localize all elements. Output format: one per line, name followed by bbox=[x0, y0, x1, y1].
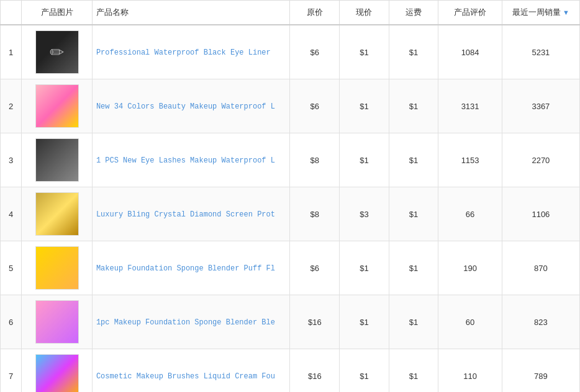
table-row: 61pc Makeup Foundation Sponge Blender Bl… bbox=[1, 295, 580, 349]
original-price: $8 bbox=[290, 133, 340, 187]
product-image bbox=[35, 300, 79, 344]
shipping-cost: $1 bbox=[389, 295, 438, 349]
product-image-cell bbox=[22, 133, 93, 187]
product-image bbox=[35, 30, 79, 74]
product-name-cell: Professional Waterproof Black Eye Liner bbox=[92, 25, 290, 79]
product-rating: 190 bbox=[438, 241, 502, 295]
product-rating: 60 bbox=[438, 295, 502, 349]
weekly-sales: 789 bbox=[502, 349, 579, 393]
original-price: $6 bbox=[290, 25, 340, 79]
shipping-cost: $1 bbox=[389, 241, 438, 295]
product-rating: 3131 bbox=[438, 79, 502, 133]
product-image-cell bbox=[22, 295, 93, 349]
product-name-link[interactable]: Makeup Foundation Sponge Blender Puff Fl bbox=[96, 264, 275, 273]
table-body: 1Professional Waterproof Black Eye Liner… bbox=[1, 25, 580, 392]
row-index: 2 bbox=[1, 79, 22, 133]
original-price: $6 bbox=[290, 79, 340, 133]
table-row: 7Cosmetic Makeup Brushes Liquid Cream Fo… bbox=[1, 349, 580, 393]
product-image bbox=[35, 354, 79, 392]
product-image-cell bbox=[22, 241, 93, 295]
product-image-cell bbox=[22, 79, 93, 133]
original-price: $6 bbox=[290, 241, 340, 295]
product-rating: 1153 bbox=[438, 133, 502, 187]
header-orig-price: 原价 bbox=[290, 1, 340, 25]
sort-arrow-icon[interactable]: ▼ bbox=[563, 9, 569, 16]
shipping-cost: $1 bbox=[389, 133, 438, 187]
product-image-cell bbox=[22, 349, 93, 393]
product-name-cell: Luxury Bling Crystal Diamond Screen Prot bbox=[92, 187, 290, 241]
weekly-sales: 2270 bbox=[502, 133, 579, 187]
current-price: $3 bbox=[340, 187, 389, 241]
product-image-cell bbox=[22, 187, 93, 241]
product-name-link[interactable]: Cosmetic Makeup Brushes Liquid Cream Fou bbox=[96, 372, 275, 381]
header-shipping: 运费 bbox=[389, 1, 438, 25]
current-price: $1 bbox=[340, 241, 389, 295]
current-price: $1 bbox=[340, 25, 389, 79]
weekly-sales: 870 bbox=[502, 241, 579, 295]
header-rating: 产品评价 bbox=[438, 1, 502, 25]
product-name-link[interactable]: 1pc Makeup Foundation Sponge Blender Ble bbox=[96, 318, 275, 327]
shipping-cost: $1 bbox=[389, 187, 438, 241]
header-index bbox=[1, 1, 22, 25]
shipping-cost: $1 bbox=[389, 79, 438, 133]
shipping-cost: $1 bbox=[389, 25, 438, 79]
current-price: $1 bbox=[340, 295, 389, 349]
row-index: 7 bbox=[1, 349, 22, 393]
product-name-link[interactable]: New 34 Colors Beauty Makeup Waterproof L bbox=[96, 102, 275, 111]
product-image bbox=[35, 84, 79, 128]
product-rating: 110 bbox=[438, 349, 502, 393]
table-row: 1Professional Waterproof Black Eye Liner… bbox=[1, 25, 580, 79]
header-sales: 最近一周销量▼ bbox=[502, 1, 579, 25]
product-name-cell: 1pc Makeup Foundation Sponge Blender Ble bbox=[92, 295, 290, 349]
current-price: $1 bbox=[340, 349, 389, 393]
original-price: $16 bbox=[290, 295, 340, 349]
row-index: 3 bbox=[1, 133, 22, 187]
weekly-sales: 823 bbox=[502, 295, 579, 349]
header-name: 产品名称 bbox=[92, 1, 290, 25]
product-name-cell: Makeup Foundation Sponge Blender Puff Fl bbox=[92, 241, 290, 295]
product-rating: 66 bbox=[438, 187, 502, 241]
product-image bbox=[35, 192, 79, 236]
row-index: 5 bbox=[1, 241, 22, 295]
product-image-cell bbox=[22, 25, 93, 79]
weekly-sales: 5231 bbox=[502, 25, 579, 79]
product-image bbox=[35, 246, 79, 290]
table-header-row: 产品图片 产品名称 原价 现价 运费 产品评价 最近一周销量▼ bbox=[1, 1, 580, 25]
row-index: 4 bbox=[1, 187, 22, 241]
product-table: 产品图片 产品名称 原价 现价 运费 产品评价 最近一周销量▼ 1Profess… bbox=[0, 0, 580, 392]
row-index: 6 bbox=[1, 295, 22, 349]
product-name-link[interactable]: Luxury Bling Crystal Diamond Screen Prot bbox=[96, 210, 275, 219]
table-row: 5Makeup Foundation Sponge Blender Puff F… bbox=[1, 241, 580, 295]
weekly-sales: 3367 bbox=[502, 79, 579, 133]
weekly-sales: 1106 bbox=[502, 187, 579, 241]
table-row: 31 PCS New Eye Lashes Makeup Waterproof … bbox=[1, 133, 580, 187]
current-price: $1 bbox=[340, 79, 389, 133]
row-index: 1 bbox=[1, 25, 22, 79]
product-name-cell: New 34 Colors Beauty Makeup Waterproof L bbox=[92, 79, 290, 133]
current-price: $1 bbox=[340, 133, 389, 187]
shipping-cost: $1 bbox=[389, 349, 438, 393]
product-name-cell: 1 PCS New Eye Lashes Makeup Waterproof L bbox=[92, 133, 290, 187]
product-name-link[interactable]: 1 PCS New Eye Lashes Makeup Waterproof L bbox=[96, 156, 275, 165]
product-name-link[interactable]: Professional Waterproof Black Eye Liner bbox=[96, 48, 271, 57]
table-row: 4Luxury Bling Crystal Diamond Screen Pro… bbox=[1, 187, 580, 241]
product-image bbox=[35, 138, 79, 182]
original-price: $16 bbox=[290, 349, 340, 393]
product-rating: 1084 bbox=[438, 25, 502, 79]
product-name-cell: Cosmetic Makeup Brushes Liquid Cream Fou bbox=[92, 349, 290, 393]
table-row: 2New 34 Colors Beauty Makeup Waterproof … bbox=[1, 79, 580, 133]
header-curr-price: 现价 bbox=[340, 1, 389, 25]
original-price: $8 bbox=[290, 187, 340, 241]
header-image: 产品图片 bbox=[22, 1, 93, 25]
